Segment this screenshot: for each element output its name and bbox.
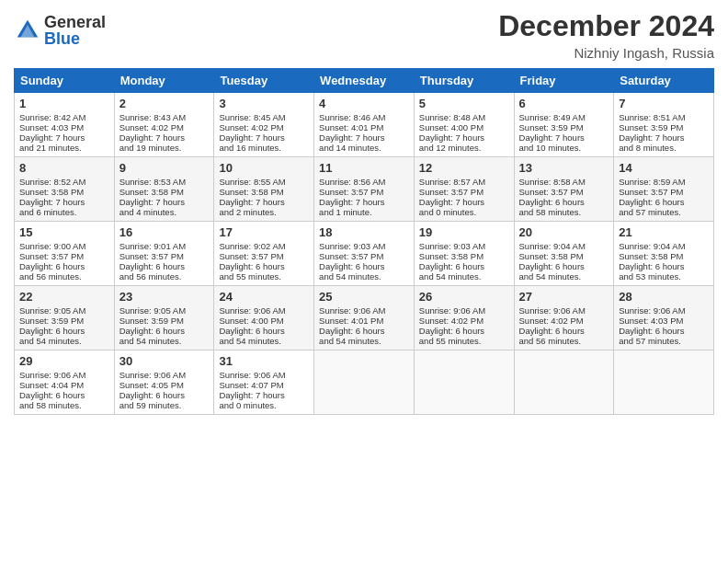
day-info: Sunrise: 9:06 AM xyxy=(519,305,609,316)
day-info: Sunset: 4:07 PM xyxy=(219,380,309,390)
logo: General Blue xyxy=(14,14,106,47)
day-info: Sunrise: 8:57 AM xyxy=(419,177,509,187)
day-number: 5 xyxy=(419,97,509,110)
day-info: and 59 minutes. xyxy=(119,400,210,410)
day-info: Sunrise: 8:51 AM xyxy=(619,112,709,122)
day-info: and 53 minutes. xyxy=(619,271,709,282)
calendar-cell xyxy=(314,350,415,415)
logo-blue-text: Blue xyxy=(44,30,106,47)
day-number: 20 xyxy=(519,225,609,239)
day-info: and 12 minutes. xyxy=(419,143,509,153)
day-number: 16 xyxy=(119,225,210,239)
day-number: 2 xyxy=(119,97,210,110)
day-info: Sunrise: 9:06 AM xyxy=(419,305,509,316)
calendar-cell: 25Sunrise: 9:06 AMSunset: 4:01 PMDayligh… xyxy=(314,286,415,350)
day-info: Sunset: 4:01 PM xyxy=(319,122,409,132)
day-info: Daylight: 6 hours xyxy=(519,326,609,336)
day-number: 12 xyxy=(419,161,509,175)
calendar-cell: 9Sunrise: 8:53 AMSunset: 3:58 PMDaylight… xyxy=(114,157,214,222)
calendar-cell: 17Sunrise: 9:02 AMSunset: 3:57 PMDayligh… xyxy=(214,222,314,286)
calendar-cell xyxy=(414,350,514,415)
day-info: and 56 minutes. xyxy=(519,336,609,346)
col-wednesday: Wednesday xyxy=(314,69,415,93)
calendar-cell: 5Sunrise: 8:48 AMSunset: 4:00 PMDaylight… xyxy=(414,93,514,157)
page-header: General Blue December 2024 Nizhniy Ingas… xyxy=(14,9,714,61)
day-info: and 1 minute. xyxy=(319,207,409,217)
col-saturday: Saturday xyxy=(614,69,714,93)
day-info: Sunrise: 9:06 AM xyxy=(219,305,309,316)
calendar-cell xyxy=(614,350,714,415)
day-number: 31 xyxy=(219,354,309,368)
day-info: and 16 minutes. xyxy=(219,143,309,153)
day-info: and 0 minutes. xyxy=(419,207,509,217)
day-info: and 56 minutes. xyxy=(19,271,109,282)
day-number: 18 xyxy=(319,225,409,239)
calendar-cell: 14Sunrise: 8:59 AMSunset: 3:57 PMDayligh… xyxy=(614,157,714,222)
location: Nizhniy Ingash, Russia xyxy=(498,45,714,61)
day-info: Sunset: 3:58 PM xyxy=(219,187,309,197)
calendar-cell: 29Sunrise: 9:06 AMSunset: 4:04 PMDayligh… xyxy=(15,350,115,415)
day-info: and 2 minutes. xyxy=(219,207,309,217)
day-info: Sunrise: 8:59 AM xyxy=(619,177,709,187)
day-info: and 21 minutes. xyxy=(19,143,109,153)
month-title: December 2024 xyxy=(498,9,714,43)
day-info: Sunset: 4:05 PM xyxy=(119,380,210,390)
day-info: Sunset: 3:57 PM xyxy=(219,251,309,261)
day-info: Sunset: 3:57 PM xyxy=(19,251,109,261)
day-info: Sunset: 4:00 PM xyxy=(419,122,509,132)
calendar-week-2: 8Sunrise: 8:52 AMSunset: 3:58 PMDaylight… xyxy=(15,157,714,222)
calendar-cell: 11Sunrise: 8:56 AMSunset: 3:57 PMDayligh… xyxy=(314,157,415,222)
day-info: and 10 minutes. xyxy=(519,143,609,153)
calendar-header-row: Sunday Monday Tuesday Wednesday Thursday… xyxy=(15,69,714,93)
logo-general-text: General xyxy=(44,14,106,30)
day-info: Daylight: 7 hours xyxy=(219,390,309,400)
day-info: Sunset: 4:04 PM xyxy=(19,380,109,390)
day-info: Daylight: 6 hours xyxy=(619,197,709,207)
col-thursday: Thursday xyxy=(414,69,514,93)
day-info: and 58 minutes. xyxy=(519,207,609,217)
day-info: Sunrise: 8:43 AM xyxy=(119,112,210,122)
day-info: Sunset: 4:03 PM xyxy=(19,122,109,132)
day-info: Sunset: 3:57 PM xyxy=(119,251,210,261)
calendar-cell xyxy=(514,350,614,415)
calendar-cell: 4Sunrise: 8:46 AMSunset: 4:01 PMDaylight… xyxy=(314,93,415,157)
calendar-cell: 2Sunrise: 8:43 AMSunset: 4:02 PMDaylight… xyxy=(114,93,214,157)
day-info: Sunrise: 8:45 AM xyxy=(219,112,309,122)
day-info: Daylight: 7 hours xyxy=(19,197,109,207)
logo-icon xyxy=(14,17,41,44)
day-info: Sunset: 3:59 PM xyxy=(19,316,109,326)
day-info: and 54 minutes. xyxy=(519,271,609,282)
day-info: Daylight: 6 hours xyxy=(19,261,109,271)
day-info: and 14 minutes. xyxy=(319,143,409,153)
day-number: 29 xyxy=(19,354,109,368)
day-number: 3 xyxy=(219,97,309,110)
day-number: 24 xyxy=(219,290,309,304)
day-info: Sunset: 3:59 PM xyxy=(519,122,609,132)
day-info: Sunset: 3:58 PM xyxy=(19,187,109,197)
day-info: Daylight: 7 hours xyxy=(119,132,210,143)
day-info: Sunrise: 9:04 AM xyxy=(519,241,609,251)
day-info: and 19 minutes. xyxy=(119,143,210,153)
day-number: 28 xyxy=(619,290,709,304)
day-number: 14 xyxy=(619,161,709,175)
day-info: Daylight: 7 hours xyxy=(119,197,210,207)
day-info: Daylight: 6 hours xyxy=(319,261,409,271)
title-block: December 2024 Nizhniy Ingash, Russia xyxy=(498,9,714,61)
day-info: Sunset: 3:57 PM xyxy=(319,187,409,197)
logo-text: General Blue xyxy=(44,14,106,47)
calendar-cell: 7Sunrise: 8:51 AMSunset: 3:59 PMDaylight… xyxy=(614,93,714,157)
day-info: Sunset: 3:58 PM xyxy=(419,251,509,261)
day-info: Daylight: 6 hours xyxy=(619,261,709,271)
day-info: Daylight: 6 hours xyxy=(19,326,109,336)
day-info: Daylight: 7 hours xyxy=(219,197,309,207)
day-info: Sunrise: 9:02 AM xyxy=(219,241,309,251)
day-info: and 57 minutes. xyxy=(619,336,709,346)
col-tuesday: Tuesday xyxy=(214,69,314,93)
day-number: 25 xyxy=(319,290,409,304)
calendar-cell: 31Sunrise: 9:06 AMSunset: 4:07 PMDayligh… xyxy=(214,350,314,415)
day-info: Sunrise: 8:46 AM xyxy=(319,112,409,122)
day-number: 22 xyxy=(19,290,109,304)
day-info: and 54 minutes. xyxy=(319,271,409,282)
day-number: 10 xyxy=(219,161,309,175)
day-info: Daylight: 6 hours xyxy=(519,197,609,207)
